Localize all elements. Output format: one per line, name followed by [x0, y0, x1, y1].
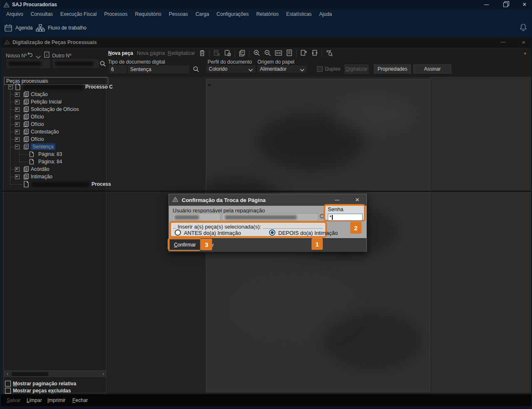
- perfil-documento-label: Perfil do documento: [208, 59, 252, 65]
- inner-close-button[interactable]: ×: [517, 37, 531, 47]
- clipboard-clock-icon: [224, 49, 231, 58]
- dropdown-chevron-icon: [248, 67, 253, 73]
- usuario-nome-input[interactable]: [222, 213, 318, 221]
- menu-item-1[interactable]: Consultas: [27, 10, 57, 19]
- redigitalizar-button[interactable]: Redigitalizar: [168, 50, 195, 56]
- inserir-highlight-box: Inserir a(s) peça(s) selecionada(s): ANT…: [169, 221, 327, 238]
- tipo-search-icon[interactable]: [193, 66, 199, 74]
- usuario-codigo-input[interactable]: [172, 213, 220, 221]
- inner-minimize-icon: [501, 42, 505, 42]
- horizontal-splitter[interactable]: [1, 191, 531, 192]
- document-user-icon: [213, 49, 220, 58]
- duplex-label: Duplex: [325, 66, 340, 72]
- separator: [296, 49, 297, 58]
- inner-minimize-button[interactable]: [496, 37, 510, 47]
- main-titlebar: SAJ Procuradorias ×: [1, 0, 531, 9]
- fluxo-de-trabalho-button[interactable]: Fluxo de trabalho: [36, 24, 87, 32]
- clipboard-clock-button[interactable]: [223, 49, 232, 58]
- fit-width-button[interactable]: [274, 49, 283, 58]
- tipo-nome-input[interactable]: Sentença: [127, 65, 190, 74]
- assinar-button[interactable]: Assinar: [413, 64, 451, 74]
- notifications-button[interactable]: [519, 23, 527, 32]
- scroll-right-icon[interactable]: ›: [100, 371, 106, 376]
- nova-pagina-button[interactable]: Nova página: [137, 50, 165, 56]
- menu-item-2[interactable]: Execução Fiscal: [57, 10, 100, 19]
- scroll-left-icon[interactable]: ‹: [5, 371, 10, 376]
- zoom-in-button[interactable]: [252, 49, 261, 58]
- toolbar-overflow-icon[interactable]: ▾: [524, 51, 526, 56]
- menu-item-3[interactable]: Processos: [100, 10, 131, 19]
- menu-item-8[interactable]: Relatórios: [252, 10, 282, 19]
- digitalizar-button[interactable]: Digitalizar: [344, 64, 369, 74]
- menu-item-7[interactable]: Configurações: [213, 10, 252, 19]
- close-button[interactable]: ×: [517, 0, 532, 9]
- menu-item-6[interactable]: Carga: [192, 10, 213, 19]
- depois-radio-label[interactable]: DEPOIS do(a) Intimação: [278, 230, 338, 236]
- senha-label: Senha: [328, 206, 344, 212]
- blurred-content: [323, 312, 423, 370]
- confirmar-button[interactable]: Confirmar: [169, 239, 200, 250]
- redacted-value: [55, 62, 93, 66]
- minimize-button[interactable]: [479, 0, 493, 9]
- tree-horizontal-scrollbar[interactable]: ‹ ›: [4, 370, 106, 377]
- separator: [322, 49, 322, 58]
- inner-window-title: Digitalização de Peças Processuais: [12, 39, 97, 45]
- tipo-documento-label: Tipo de documento digital: [108, 59, 165, 65]
- limpar-button[interactable]: Limpar: [27, 397, 42, 403]
- nosso-numero-input[interactable]: [6, 59, 51, 69]
- inserir-label: Inserir a(s) peça(s) selecionada(s):: [176, 224, 263, 230]
- dialog-title: Confirmação da Troca de Página: [182, 197, 266, 203]
- origem-dropdown[interactable]: Alimentador: [257, 65, 307, 73]
- senha-highlight-box: Senha *: [324, 204, 366, 222]
- mostrar-paginacao-checkbox[interactable]: [5, 381, 11, 387]
- zoom-out-button[interactable]: [263, 49, 272, 58]
- separator: [235, 49, 235, 58]
- outro-numero-input[interactable]: [52, 59, 99, 69]
- tipo-codigo-input[interactable]: 6: [108, 65, 127, 74]
- scrollbar-thumb[interactable]: [11, 372, 49, 377]
- origem-value: Alimentador: [260, 66, 287, 72]
- bottom-button-bar: Salvar Limpar Imprimir Fechar: [1, 394, 531, 407]
- antes-radio[interactable]: [175, 229, 181, 236]
- pecas-panel-header: Peças processuais: [4, 77, 108, 85]
- menu-item-0[interactable]: Arquivo: [2, 10, 27, 19]
- page-forward-button[interactable]: [299, 49, 308, 58]
- imprimir-button[interactable]: Imprimir: [47, 397, 65, 403]
- agenda-button[interactable]: Agenda: [4, 24, 32, 32]
- duplex-checkbox[interactable]: [317, 66, 323, 72]
- cursor-mark: [208, 84, 211, 86]
- tipo-codigo-value: 6: [111, 67, 114, 72]
- fechar-button[interactable]: Fechar: [72, 397, 88, 403]
- doc-user-button[interactable]: [212, 49, 221, 58]
- senha-input[interactable]: *: [328, 214, 363, 221]
- minimize-icon: [484, 5, 489, 5]
- menu-bar: ArquivoConsultasExecução FiscalProcessos…: [1, 9, 531, 19]
- redacted-value: [225, 215, 297, 219]
- antes-radio-label[interactable]: ANTES do(a) Intimação: [184, 230, 241, 236]
- search-record-icon[interactable]: [100, 61, 106, 69]
- menu-item-9[interactable]: Estatísticas: [282, 10, 315, 19]
- redacted-value: [175, 215, 199, 219]
- nova-peca-button[interactable]: Nova peça: [108, 50, 133, 56]
- senha-value: *: [329, 214, 332, 220]
- menu-item-5[interactable]: Pessoas: [165, 10, 192, 19]
- close-icon: ×: [522, 1, 526, 8]
- perfil-dropdown[interactable]: Colorido: [206, 65, 256, 73]
- inner-saj-logo-icon: [4, 39, 10, 46]
- tipo-nome-value: Sentença: [130, 67, 151, 72]
- menu-item-10[interactable]: Ajuda: [315, 10, 336, 19]
- delete-button[interactable]: [198, 49, 207, 58]
- separator: [209, 49, 210, 58]
- salvar-button[interactable]: Salvar: [7, 397, 21, 403]
- copy-pages-button[interactable]: [238, 49, 247, 58]
- propriedades-button[interactable]: Propriedades: [374, 64, 411, 74]
- page-swap-button[interactable]: [310, 49, 319, 58]
- fit-page-button[interactable]: [285, 49, 294, 58]
- depois-radio[interactable]: [269, 229, 275, 236]
- menu-item-4[interactable]: Requisitório: [131, 10, 165, 19]
- usuario-label: Usuário responsável pela repaginação: [173, 207, 265, 214]
- restore-button[interactable]: [498, 0, 512, 9]
- doc-search-button[interactable]: [324, 49, 334, 58]
- mostrar-pecas-checkbox[interactable]: [5, 388, 11, 394]
- dialog-close-icon: ×: [355, 196, 359, 204]
